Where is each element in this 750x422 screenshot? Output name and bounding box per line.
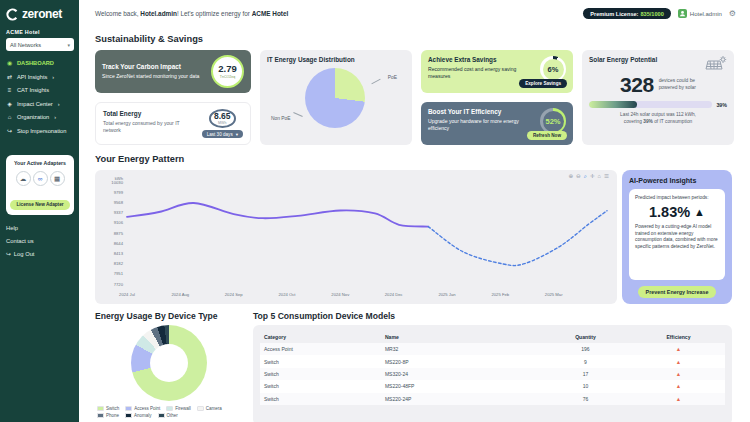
zoom-out-icon[interactable]: ⊖ (576, 174, 581, 180)
legend-swatch (97, 406, 104, 411)
legend-item-other[interactable]: Other (158, 413, 178, 418)
table-row[interactable]: SwitchMS320-2417▲ (260, 368, 725, 380)
top5-table: CategoryNameQuantityEfficiency Access Po… (260, 331, 725, 405)
stop-impersonation-icon: ↪ (6, 127, 13, 134)
top5-table-card: CategoryNameQuantityEfficiency Access Po… (253, 325, 732, 422)
zeronet-logo[interactable]: zeronet (6, 7, 74, 21)
boost-title: Boost Your IT Efficiency (428, 108, 536, 115)
sidebar-item-api-insights[interactable]: ⇄API Insights› (6, 73, 74, 80)
organization-icon: ⌂ (6, 114, 13, 120)
table-row[interactable]: SwitchMS220-8P9▲ (260, 355, 725, 367)
solar-potential-card: Solar Energy Potential 328 devic (582, 50, 734, 145)
svg-text:9106: 9106 (114, 220, 124, 225)
device-type-donut-chart[interactable] (131, 325, 207, 401)
column-header-quantity: Quantity (539, 331, 632, 343)
total-energy-card: Total Energy Total energy consumed by yo… (95, 102, 251, 145)
welcome-username: Hotel.admin (140, 10, 177, 17)
carbon-card-subtitle: Since ZeroNet started monitoring your da… (102, 73, 207, 80)
premium-license-badge: Premium License: 835/1000 (583, 8, 671, 19)
it-distribution-title: IT Energy Usage Distribution (267, 56, 405, 63)
legend-item-anomaly[interactable]: Anomaly (125, 413, 152, 418)
svg-text:8182: 8182 (114, 261, 124, 266)
svg-text:2025 Mar: 2025 Mar (545, 292, 563, 297)
extra-savings-subtitle: Recommended cost and energy saving measu… (428, 66, 536, 79)
home-icon[interactable]: ⌂ (598, 174, 601, 180)
energy-pattern-line-chart[interactable]: kWh1003097999568933791068875864484138182… (99, 173, 613, 299)
building-adapter-icon[interactable]: ▦ (50, 171, 65, 186)
boost-efficiency-card: Boost Your IT Efficiency Upgrade your ha… (421, 102, 573, 145)
pie-connector (371, 79, 380, 85)
poe-pie-chart[interactable] (305, 68, 365, 128)
network-select[interactable]: All Networks ▾ (6, 38, 74, 51)
zoom-in-icon[interactable]: ⊕ (568, 174, 573, 180)
warning-triangle-icon: ▲ (632, 393, 725, 405)
chevron-down-icon: ▾ (67, 42, 70, 48)
app-window: zeronet ACME Hotel All Networks ▾ ◉DASHB… (0, 0, 750, 422)
zoom-select-icon[interactable]: ⌕ (584, 174, 587, 180)
legend-swatch (158, 413, 165, 418)
pie-label-poe: PoE (388, 75, 397, 80)
sidebar-link-log-out[interactable]: ↪Log Out (6, 251, 74, 257)
chevron-down-icon: ▾ (236, 132, 238, 137)
prevent-energy-increase-button[interactable]: Prevent Energy Increase (638, 286, 717, 298)
main-area: Welcome back, Hotel.admin! Let's optimiz… (79, 0, 750, 422)
legend-item-phone[interactable]: Phone (97, 413, 119, 418)
svg-text:2024 Oct: 2024 Oct (279, 292, 297, 297)
cell-name: MR32 (381, 343, 539, 355)
sidebar-item-cat-insights[interactable]: ≡CAT Insights (6, 87, 74, 93)
svg-text:2024 Dec: 2024 Dec (385, 292, 403, 297)
cell-category: Switch (260, 355, 381, 367)
sidebar-item-dashboard[interactable]: ◉DASHBOARD (6, 59, 74, 66)
top5-title: Top 5 Consumption Device Models (253, 311, 732, 321)
cell-quantity: 10 (539, 380, 632, 392)
svg-text:9337: 9337 (114, 210, 124, 215)
cell-category: Switch (260, 380, 381, 392)
cell-category: Switch (260, 393, 381, 405)
section-title: Sustainability & Savings (95, 34, 732, 44)
cell-name: MS220-8P (381, 355, 539, 367)
cloud-adapter-icon[interactable]: ☁ (16, 171, 31, 186)
sidebar-item-stop-impersonation[interactable]: ↪Stop Impersonation (6, 127, 74, 134)
legend-swatch (125, 406, 132, 411)
table-row[interactable]: Access PointMR32196▲ (260, 343, 725, 355)
meraki-adapter-icon[interactable]: ∞ (33, 171, 48, 186)
table-row[interactable]: SwitchMS220-48FP10▲ (260, 380, 725, 392)
sidebar-item-organization[interactable]: ⌂Organization› (6, 114, 74, 120)
solar-panel-icon (705, 56, 727, 71)
user-avatar (678, 9, 687, 18)
adapter-icons: ☁∞▦ (10, 171, 70, 186)
chevron-right-icon: › (52, 74, 54, 80)
carbon-unit: TnCO2eq (220, 75, 236, 79)
extra-savings-title: Achieve Extra Savings (428, 56, 536, 63)
sidebar-link-contact-us[interactable]: Contact us (6, 238, 74, 244)
legend-item-firewall[interactable]: Firewall (166, 406, 191, 411)
legend-swatch (197, 406, 204, 411)
cell-quantity: 196 (539, 343, 632, 355)
settings-gear-icon[interactable]: ⚙ (729, 9, 736, 18)
pan-icon[interactable]: ✛ (590, 174, 595, 180)
license-new-adapter-button[interactable]: License New Adapter (10, 200, 70, 210)
warning-triangle-icon: ▲ (632, 380, 725, 392)
pie-label-nonpoe: Non PoE (271, 116, 291, 121)
legend-item-access-point[interactable]: Access Point (125, 406, 160, 411)
sidebar-link-help[interactable]: Help (6, 225, 74, 231)
legend-item-switch[interactable]: Switch (97, 406, 119, 411)
svg-text:2024 Nov: 2024 Nov (331, 292, 350, 297)
svg-text:9799: 9799 (114, 190, 124, 195)
boost-value: 52% (545, 117, 560, 126)
total-energy-title: Total Energy (103, 110, 198, 117)
svg-text:7720: 7720 (114, 282, 124, 287)
table-row[interactable]: SwitchMS220-24P76▲ (260, 393, 725, 405)
refresh-now-button[interactable]: Refresh Now (527, 131, 567, 140)
carbon-card-title: Track Your Carbon Impact (102, 63, 207, 70)
sidebar-item-impact-center[interactable]: ◈Impact Center› (6, 100, 74, 107)
legend-item-camera[interactable]: Camera (197, 406, 222, 411)
pie-connector (293, 112, 303, 117)
adapters-title: Your Active Adapters (10, 160, 70, 166)
account-menu[interactable]: Hotel.admin (678, 9, 722, 18)
warning-triangle-icon: ▲ (632, 355, 725, 367)
column-header-category: Category (260, 331, 381, 343)
menu-icon[interactable]: ☰ (604, 174, 609, 180)
explore-savings-button[interactable]: Explore Savings (519, 79, 567, 88)
period-dropdown[interactable]: Last 30 days ▾ (202, 130, 243, 138)
